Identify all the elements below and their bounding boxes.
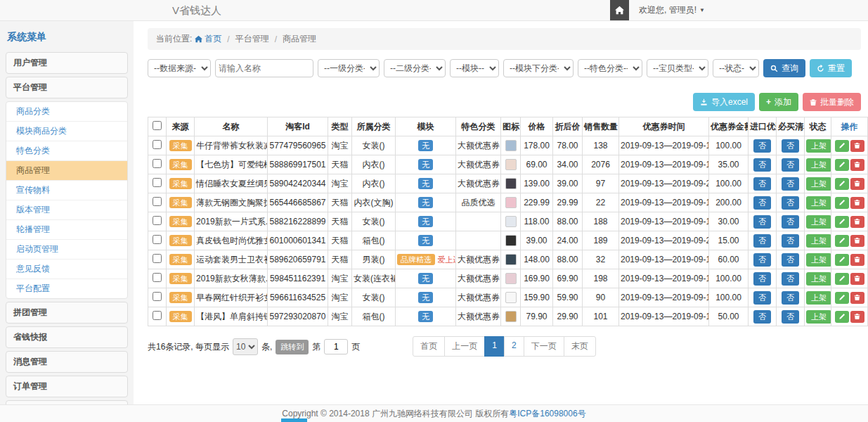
row-checkbox[interactable] [153, 273, 162, 282]
sidebar-subitem[interactable]: 轮播管理 [6, 220, 127, 240]
row-checkbox[interactable] [153, 159, 162, 168]
status-button[interactable]: 上架 [806, 215, 831, 229]
sidebar-subitem[interactable]: 商品分类 [6, 102, 127, 122]
import-select-toggle[interactable]: 否 [753, 139, 771, 153]
status-button[interactable]: 上架 [806, 158, 831, 172]
select-all-checkbox[interactable] [153, 121, 162, 130]
must-buy-toggle[interactable]: 否 [782, 291, 799, 305]
must-buy-toggle[interactable]: 否 [782, 253, 799, 267]
pager-next[interactable]: 下一页 [524, 336, 564, 357]
delete-button[interactable] [850, 273, 864, 285]
edit-button[interactable] [835, 273, 849, 285]
item-type-select[interactable]: --宝贝类型-- [647, 59, 708, 77]
scrollbar-thumb[interactable] [281, 418, 307, 422]
status-button[interactable]: 上架 [806, 310, 831, 324]
edit-button[interactable] [835, 178, 849, 190]
add-button[interactable]: + 添加 [759, 93, 798, 111]
sidebar-item[interactable]: 平台管理 [6, 77, 128, 98]
pager-last[interactable]: 末页 [564, 336, 596, 357]
feature-category-select[interactable]: --特色分类-- [578, 59, 642, 77]
must-buy-toggle[interactable]: 否 [782, 196, 799, 210]
jump-page-input[interactable] [324, 339, 348, 354]
status-button[interactable]: 上架 [806, 139, 831, 153]
import-select-toggle[interactable]: 否 [753, 291, 771, 305]
sidebar-subitem[interactable]: 版本管理 [6, 200, 127, 220]
data-source-select[interactable]: --数据来源-- [148, 59, 211, 77]
page-size-select[interactable]: 10 [233, 338, 258, 355]
sidebar-subitem[interactable]: 商品管理 [6, 161, 127, 181]
import-excel-button[interactable]: 导入excel [693, 93, 755, 111]
status-button[interactable]: 上架 [806, 196, 831, 210]
import-select-toggle[interactable]: 否 [753, 310, 771, 324]
level1-category-select[interactable]: --一级分类-- [318, 59, 380, 77]
status-select[interactable]: --状态-- [713, 59, 759, 77]
import-select-toggle[interactable]: 否 [753, 253, 771, 267]
sidebar-item[interactable]: 消息管理 [6, 351, 128, 373]
sidebar-subitem[interactable]: 意见反馈 [6, 260, 127, 279]
edit-button[interactable] [835, 311, 849, 323]
page-button[interactable]: 2 [504, 336, 524, 357]
delete-button[interactable] [850, 159, 864, 171]
delete-button[interactable] [850, 140, 864, 152]
import-select-toggle[interactable]: 否 [753, 158, 771, 172]
page-button[interactable]: 1 [484, 336, 505, 357]
import-select-toggle[interactable]: 否 [753, 177, 771, 191]
search-button[interactable]: 查询 [763, 59, 805, 77]
row-checkbox[interactable] [153, 311, 162, 320]
jump-button[interactable]: 跳转到 [276, 340, 309, 354]
status-button[interactable]: 上架 [806, 291, 831, 305]
import-select-toggle[interactable]: 否 [753, 196, 771, 210]
user-menu[interactable]: 欢迎您, 管理员! ▼ [639, 4, 705, 16]
sidebar-subitem[interactable]: 宣传物料 [6, 181, 127, 200]
edit-button[interactable] [835, 254, 849, 266]
delete-button[interactable] [850, 292, 864, 304]
row-checkbox[interactable] [153, 292, 162, 301]
sidebar-item[interactable]: 用户管理 [6, 52, 128, 74]
must-buy-toggle[interactable]: 否 [782, 310, 799, 324]
row-checkbox[interactable] [153, 235, 162, 244]
must-buy-toggle[interactable]: 否 [782, 234, 799, 248]
must-buy-toggle[interactable]: 否 [782, 272, 799, 286]
delete-button[interactable] [850, 254, 864, 266]
sidebar-subitem[interactable]: 特色分类 [6, 141, 127, 161]
delete-button[interactable] [850, 197, 864, 209]
status-button[interactable]: 上架 [806, 253, 831, 267]
breadcrumb-home-link[interactable]: 首页 [195, 33, 221, 45]
status-button[interactable]: 上架 [806, 177, 831, 191]
sidebar-item[interactable]: 订单管理 [6, 376, 128, 397]
sidebar-subitem[interactable]: 启动页管理 [6, 240, 127, 260]
home-button[interactable] [610, 0, 629, 20]
must-buy-toggle[interactable]: 否 [782, 215, 799, 229]
sidebar-subitem[interactable]: 平台配置 [6, 279, 127, 298]
delete-button[interactable] [850, 216, 864, 228]
row-checkbox[interactable] [153, 197, 162, 206]
level2-category-select[interactable]: --二级分类-- [384, 59, 446, 77]
edit-button[interactable] [835, 140, 849, 152]
status-button[interactable]: 上架 [806, 272, 831, 286]
status-button[interactable]: 上架 [806, 234, 831, 248]
row-checkbox[interactable] [153, 254, 162, 263]
pager-first[interactable]: 首页 [413, 336, 445, 357]
name-input[interactable] [215, 59, 313, 77]
must-buy-toggle[interactable]: 否 [782, 158, 799, 172]
import-select-toggle[interactable]: 否 [753, 272, 771, 286]
row-checkbox[interactable] [153, 178, 162, 187]
edit-button[interactable] [835, 159, 849, 171]
import-select-toggle[interactable]: 否 [753, 215, 771, 229]
batch-delete-button[interactable]: 批量删除 [803, 93, 861, 111]
pager-prev[interactable]: 上一页 [444, 336, 485, 357]
edit-button[interactable] [835, 292, 849, 304]
must-buy-toggle[interactable]: 否 [782, 139, 799, 153]
delete-button[interactable] [850, 178, 864, 190]
row-checkbox[interactable] [153, 140, 162, 149]
sidebar-subitem[interactable]: 模块商品分类 [6, 122, 127, 141]
sidebar-item[interactable]: 拼团管理 [6, 302, 128, 324]
row-checkbox[interactable] [153, 216, 162, 225]
icp-link[interactable]: 粤ICP备16098006号 [509, 408, 585, 420]
edit-button[interactable] [835, 197, 849, 209]
delete-button[interactable] [850, 235, 864, 247]
module-select[interactable]: --模块-- [450, 59, 499, 77]
edit-button[interactable] [835, 235, 849, 247]
edit-button[interactable] [835, 216, 849, 228]
sidebar-item[interactable]: 省钱快报 [6, 326, 128, 348]
